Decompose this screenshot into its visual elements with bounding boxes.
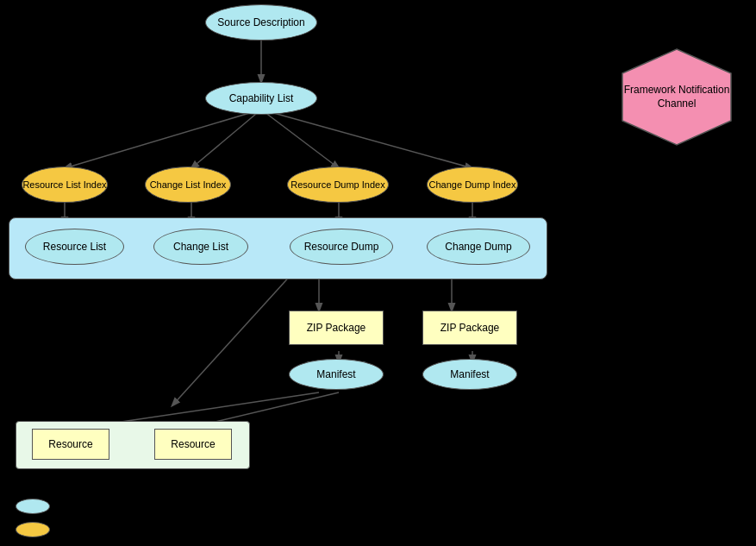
zip-package-2-node: ZIP Package	[422, 311, 517, 345]
framework-notification-channel-node: Framework Notification Channel	[621, 47, 733, 147]
manifest-2-node: Manifest	[422, 359, 517, 390]
svg-line-3	[261, 110, 339, 168]
resource-dump-index-node: Resource Dump Index	[287, 166, 389, 203]
resource-list-node: Resource List	[25, 229, 124, 265]
svg-line-4	[261, 110, 472, 168]
blue-items-container: Resource List Change List Resource Dump …	[9, 217, 547, 279]
change-list-index-node: Change List Index	[145, 166, 231, 203]
legend-orange-ellipse	[16, 522, 50, 537]
manifest-1-node: Manifest	[289, 359, 384, 390]
resources-container: Resource Resource	[16, 421, 250, 469]
change-dump-index-node: Change Dump Index	[427, 166, 518, 203]
resource-1-node: Resource	[32, 429, 109, 460]
legend-cyan-ellipse	[16, 499, 50, 514]
svg-line-10	[172, 263, 302, 405]
source-description-node: Source Description	[205, 4, 317, 41]
resource-2-node: Resource	[154, 429, 232, 460]
zip-package-1-node: ZIP Package	[289, 311, 384, 345]
change-dump-node: Change Dump	[427, 229, 530, 265]
resource-dump-node: Resource Dump	[290, 229, 393, 265]
diagram-container: Source Description Capability List Frame…	[0, 0, 756, 546]
resource-list-index-node: Resource List Index	[22, 166, 108, 203]
capability-list-node: Capability List	[205, 82, 317, 115]
svg-line-1	[65, 110, 261, 168]
svg-line-2	[191, 110, 261, 168]
change-list-node: Change List	[153, 229, 248, 265]
